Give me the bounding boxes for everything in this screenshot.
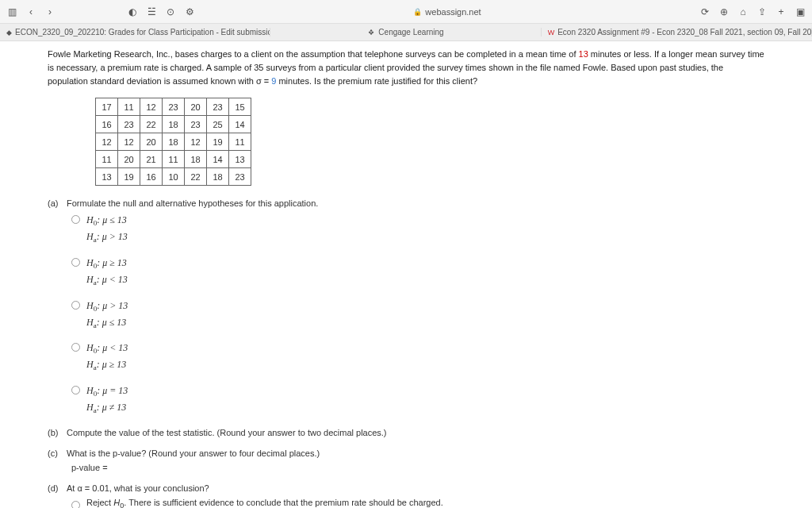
data-cell: 18 <box>163 133 185 151</box>
data-cell: 22 <box>185 168 207 186</box>
p-value-label: p-value = <box>71 463 764 472</box>
part-d-label: (d) <box>48 483 67 493</box>
forward-icon[interactable]: › <box>44 6 56 17</box>
data-cell: 20 <box>140 133 163 151</box>
h0-line: H0: μ < 13 <box>86 342 128 353</box>
conclusion-option[interactable]: Reject H0. There is sufficient evidence … <box>71 498 764 508</box>
h0-line: H0: μ > 13 <box>86 300 128 311</box>
mean-time-value: 13 <box>579 49 588 59</box>
h0-line: H0: μ ≥ 13 <box>86 257 127 268</box>
cengage-favicon-icon: ❖ <box>367 29 375 37</box>
data-cell: 10 <box>163 168 185 186</box>
data-cell: 23 <box>229 168 251 186</box>
hypothesis-pair: H0: μ < 13Ha: μ ≥ 13 <box>86 341 128 374</box>
part-c: (c) What is the p-value? (Round your ans… <box>48 448 764 458</box>
download-icon[interactable]: ⊕ <box>718 6 730 17</box>
data-cell: 14 <box>229 116 251 133</box>
data-cell: 18 <box>163 116 185 133</box>
settings-icon[interactable]: ⚙ <box>184 6 195 17</box>
url-host: webassign.net <box>425 7 481 17</box>
data-cell: 16 <box>96 116 118 133</box>
data-cell: 12 <box>140 98 163 116</box>
shield-icon[interactable]: ◐ <box>127 6 138 17</box>
data-cell: 19 <box>207 133 229 151</box>
hypothesis-pair: H0: μ = 13Ha: μ ≠ 13 <box>86 383 128 417</box>
part-d: (d) At α = 0.01, what is your conclusion… <box>48 483 764 493</box>
clock-icon[interactable]: ⊙ <box>165 6 176 17</box>
hypothesis-option[interactable]: H0: μ ≥ 13Ha: μ < 13 <box>71 256 764 289</box>
back-icon[interactable]: ‹ <box>25 6 36 17</box>
data-cell: 19 <box>118 168 140 186</box>
data-cell: 15 <box>229 98 251 116</box>
data-cell: 25 <box>207 116 229 133</box>
data-cell: 21 <box>140 151 163 168</box>
radio-icon[interactable] <box>71 301 80 310</box>
webassign-favicon-icon: W <box>548 29 555 37</box>
reload-icon[interactable]: ⟳ <box>699 6 710 17</box>
url-bar[interactable]: 🔒 webassign.net <box>203 7 691 17</box>
data-cell: 11 <box>118 98 140 116</box>
tab-assignment[interactable]: W Econ 2320 Assignment #9 - Econ 2320_08… <box>542 28 812 37</box>
conclusion-options: Reject H0. There is sufficient evidence … <box>48 498 764 508</box>
data-cell: 20 <box>118 151 140 168</box>
problem-content: Fowle Marketing Research, Inc., bases ch… <box>0 41 812 508</box>
survey-data-table: 1711122320231516232218232514121220181219… <box>95 98 251 186</box>
radio-icon[interactable] <box>71 501 80 508</box>
ha-line: Ha: μ < 13 <box>86 274 128 285</box>
radio-icon[interactable] <box>71 343 80 352</box>
data-cell: 23 <box>118 116 140 133</box>
lock-icon: 🔒 <box>413 8 422 16</box>
part-a-text: Formulate the null and alternative hypot… <box>67 198 764 208</box>
data-cell: 13 <box>96 168 118 186</box>
hypothesis-option[interactable]: H0: μ < 13Ha: μ ≥ 13 <box>71 341 764 374</box>
part-c-text: What is the p-value? (Round your answer … <box>67 448 764 458</box>
canvas-favicon-icon: ◆ <box>6 29 12 37</box>
ha-line: Ha: μ ≤ 13 <box>86 317 126 328</box>
data-cell: 11 <box>96 151 118 168</box>
data-cell: 12 <box>185 133 207 151</box>
sidebar-toggle-icon[interactable]: ▥ <box>6 6 17 17</box>
data-cell: 18 <box>207 168 229 186</box>
data-cell: 14 <box>207 151 229 168</box>
data-cell: 18 <box>185 151 207 168</box>
tabs-icon[interactable]: ▣ <box>795 6 806 17</box>
h0-line: H0: μ ≤ 13 <box>86 214 127 225</box>
h0-line: H0: μ = 13 <box>86 385 128 396</box>
radio-icon[interactable] <box>71 215 80 224</box>
tab-grades-label: ECON_2320_09_202210: Grades for Class Pa… <box>15 28 270 37</box>
hypothesis-pair: H0: μ ≥ 13Ha: μ < 13 <box>86 256 128 289</box>
hypothesis-option[interactable]: H0: μ = 13Ha: μ ≠ 13 <box>71 383 764 417</box>
data-cell: 20 <box>185 98 207 116</box>
hypothesis-option[interactable]: H0: μ ≤ 13Ha: μ > 13 <box>71 213 764 246</box>
data-cell: 11 <box>229 133 251 151</box>
home-icon[interactable]: ⌂ <box>737 6 749 17</box>
radio-icon[interactable] <box>71 258 80 267</box>
part-b-label: (b) <box>48 428 67 437</box>
browser-toolbar: ▥ ‹ › ◐ ☱ ⊙ ⚙ 🔒 webassign.net ⟳ ⊕ ⌂ ⇪ + … <box>0 0 812 24</box>
radio-icon[interactable] <box>71 386 80 394</box>
tabs-bar: ◆ ECON_2320_09_202210: Grades for Class … <box>0 24 812 41</box>
part-d-text: At α = 0.01, what is your conclusion? <box>67 483 764 493</box>
tab-cengage-label: Cengage Learning <box>378 28 443 37</box>
data-cell: 23 <box>185 116 207 133</box>
problem-statement: Fowle Marketing Research, Inc., bases ch… <box>48 48 764 88</box>
ha-line: Ha: μ > 13 <box>86 231 128 242</box>
problem-text-a: Fowle Marketing Research, Inc., bases ch… <box>48 49 579 59</box>
part-b-text: Compute the value of the test statistic.… <box>67 428 764 437</box>
reader-icon[interactable]: ☱ <box>146 6 157 17</box>
share-icon[interactable]: ⇪ <box>756 6 768 17</box>
tab-grades[interactable]: ◆ ECON_2320_09_202210: Grades for Class … <box>0 28 270 37</box>
new-tab-icon[interactable]: + <box>776 6 787 17</box>
hypothesis-option[interactable]: H0: μ > 13Ha: μ ≤ 13 <box>71 298 764 332</box>
part-b: (b) Compute the value of the test statis… <box>48 428 764 437</box>
hypothesis-pair: H0: μ > 13Ha: μ ≤ 13 <box>86 298 128 332</box>
data-cell: 16 <box>140 168 163 186</box>
data-cell: 12 <box>118 133 140 151</box>
tab-assignment-label: Econ 2320 Assignment #9 - Econ 2320_08 F… <box>557 28 812 37</box>
part-c-label: (c) <box>48 448 67 458</box>
tab-cengage[interactable]: ❖ Cengage Learning <box>270 28 541 37</box>
data-cell: 22 <box>140 116 163 133</box>
ha-line: Ha: μ ≥ 13 <box>86 359 126 370</box>
data-cell: 23 <box>163 98 185 116</box>
ha-line: Ha: μ ≠ 13 <box>86 402 126 413</box>
